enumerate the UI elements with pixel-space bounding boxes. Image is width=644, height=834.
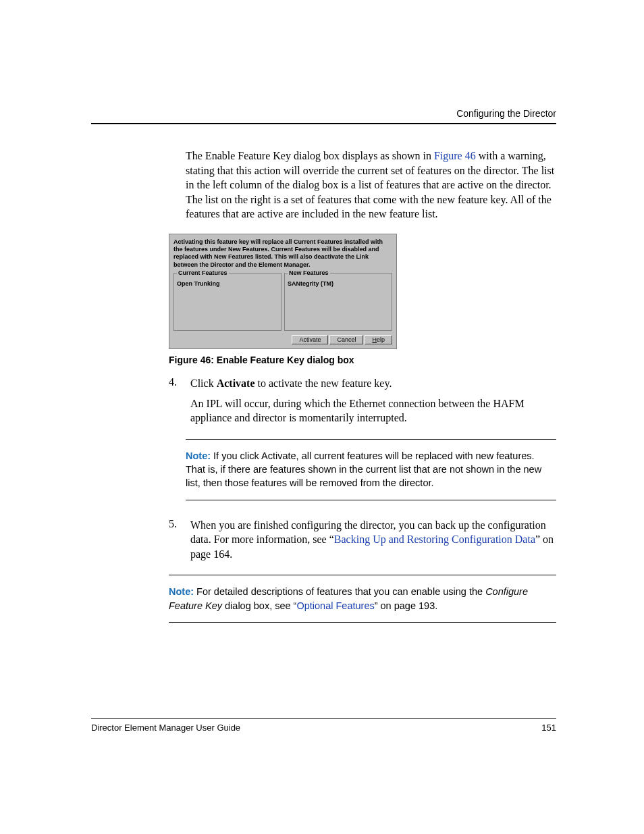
note-1-text: If you click Activate, all current featu… [186,450,541,489]
note-2: Note: For detailed descriptions of featu… [169,575,556,623]
page-number: 151 [541,723,556,733]
step-5: 5. When you are finished configuring the… [169,518,556,562]
figure-link[interactable]: Figure 46 [434,150,476,161]
footer-title: Director Element Manager User Guide [91,723,240,733]
activate-button[interactable]: Activate [292,335,328,344]
note2-mid: dialog box, see “ [222,600,296,611]
intro-text-before: The Enable Feature Key dialog box displa… [186,150,434,161]
optional-features-link[interactable]: Optional Features [296,600,374,611]
note-1-label: Note: [186,450,211,461]
step-5-number: 5. [169,518,181,562]
header-rule [91,123,556,124]
current-features-legend: Current Features [177,269,229,276]
running-head: Configuring the Director [91,108,556,119]
page-footer: Director Element Manager User Guide 151 [91,718,556,733]
step4-before: Click [190,377,217,389]
current-feature-item: Open Trunking [177,280,278,287]
step4-after: to activate the new feature key. [255,377,392,389]
current-features-panel: Current Features Open Trunking [173,273,281,331]
note2-after: ” on page 193. [375,600,438,611]
enable-feature-key-dialog: Activating this feature key will replace… [169,234,397,349]
backup-restore-link[interactable]: Backing Up and Restoring Configuration D… [334,533,535,545]
note-2-label: Note: [169,586,194,597]
step-4-number: 4. [169,376,181,425]
intro-paragraph: The Enable Feature Key dialog box displa… [186,149,556,221]
dialog-warning-text: Activating this feature key will replace… [173,238,392,269]
step-4: 4. Click Activate to activate the new fe… [169,376,556,425]
step4-sub: An IPL will occur, during which the Ethe… [190,396,556,425]
new-features-panel: New Features SANtegrity (TM) [284,273,392,331]
note-1: Note: If you click Activate, all current… [186,439,556,500]
new-features-legend: New Features [288,269,330,276]
step4-bold: Activate [217,377,255,389]
figure-caption: Figure 46: Enable Feature Key dialog box [169,355,556,365]
cancel-button[interactable]: Cancel [329,335,363,344]
help-button-rest: elp [377,336,385,343]
new-feature-item: SANtegrity (TM) [288,280,389,287]
note2-before-italic: For detailed descriptions of features th… [194,586,485,597]
help-button[interactable]: Help [365,335,392,344]
